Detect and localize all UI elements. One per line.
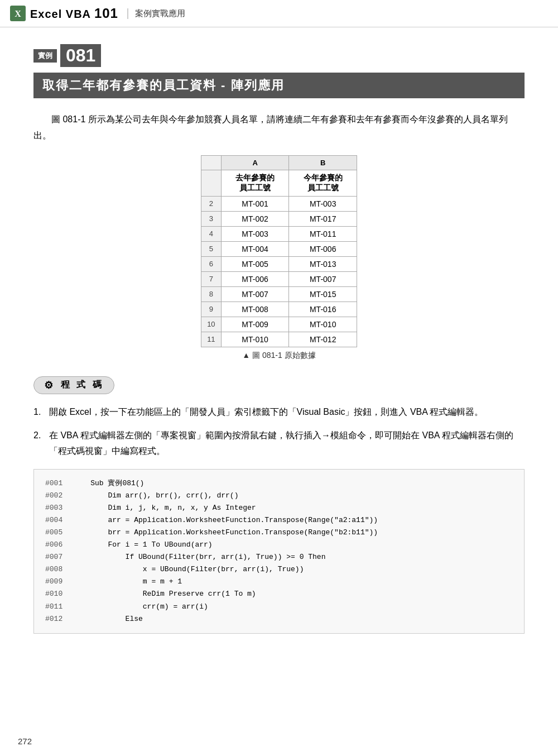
row-number bbox=[201, 170, 222, 196]
cell-a: MT-008 bbox=[221, 302, 289, 317]
cell-b: MT-016 bbox=[289, 302, 357, 317]
step-1: 1. 開啟 Excel，按一下在功能區上的「開發人員」索引標籤下的「Visual… bbox=[33, 404, 525, 420]
line-code: Dim i, j, k, m, n, x, y As Integer bbox=[73, 502, 256, 514]
line-number: #006 bbox=[45, 539, 73, 551]
line-number: #002 bbox=[45, 490, 73, 502]
code-line: #010 ReDim Preserve crr(1 To m) bbox=[45, 588, 513, 600]
cell-b: 今年參賽的員工工號 bbox=[289, 170, 357, 196]
line-number: #007 bbox=[45, 551, 73, 563]
code-line: #008 x = UBound(Filter(brr, arr(i), True… bbox=[45, 563, 513, 576]
table-row: 5MT-004MT-006 bbox=[201, 241, 357, 256]
example-title: 取得二年都有參賽的員工資料 - 陣列應用 bbox=[33, 73, 525, 98]
cell-a: MT-010 bbox=[221, 332, 289, 347]
step-2: 2. 在 VBA 程式編輯器左側的「專案視窗」範圍內按滑鼠右鍵，執行插入→模組命… bbox=[33, 428, 525, 459]
cell-a: MT-001 bbox=[221, 196, 289, 211]
step-1-text: 開啟 Excel，按一下在功能區上的「開發人員」索引標籤下的「Visual Ba… bbox=[49, 404, 525, 420]
line-number: #012 bbox=[45, 613, 73, 625]
line-number: #001 bbox=[45, 477, 73, 490]
table-row: 去年參賽的員工工號今年參賽的員工工號 bbox=[201, 170, 357, 196]
steps-list: 1. 開啟 Excel，按一下在功能區上的「開發人員」索引標籤下的「Visual… bbox=[33, 404, 525, 459]
line-number: #004 bbox=[45, 514, 73, 527]
code-line: #004 arr = Application.WorksheetFunction… bbox=[45, 514, 513, 527]
logo-icon: X bbox=[9, 4, 27, 22]
line-number: #008 bbox=[45, 563, 73, 576]
table-row: 3MT-002MT-017 bbox=[201, 211, 357, 226]
main-content: 實例 081 取得二年都有參賽的員工資料 - 陣列應用 圖 081-1 所示為某… bbox=[0, 27, 558, 656]
row-number: 8 bbox=[201, 286, 222, 302]
spreadsheet-container: A B 去年參賽的員工工號今年參賽的員工工號2MT-001MT-0033MT-0… bbox=[33, 155, 525, 361]
code-line: #002 Dim arr(), brr(), crr(), drr() bbox=[45, 490, 513, 502]
line-code: x = UBound(Filter(brr, arr(i), True)) bbox=[73, 563, 304, 576]
header-subtitle: 案例實戰應用 bbox=[127, 8, 185, 19]
cell-a: MT-002 bbox=[221, 211, 289, 226]
code-section-header: ⚙ 程 式 碼 bbox=[33, 376, 114, 394]
code-line: #006 For i = 1 To UBound(arr) bbox=[45, 539, 513, 551]
step-1-num: 1. bbox=[33, 404, 49, 420]
cell-b: MT-007 bbox=[289, 271, 357, 286]
cell-a: MT-004 bbox=[221, 241, 289, 256]
row-number: 10 bbox=[201, 317, 222, 332]
line-number: #009 bbox=[45, 576, 73, 588]
code-line: #005 brr = Application.WorksheetFunction… bbox=[45, 527, 513, 539]
header-title: Excel VBA 101 bbox=[30, 6, 118, 21]
row-number: 7 bbox=[201, 271, 222, 286]
cell-b: MT-013 bbox=[289, 256, 357, 271]
table-row: 8MT-007MT-015 bbox=[201, 286, 357, 302]
row-number: 2 bbox=[201, 196, 222, 211]
cell-b: MT-010 bbox=[289, 317, 357, 332]
col-b-header: B bbox=[289, 155, 357, 170]
row-number: 11 bbox=[201, 332, 222, 347]
line-code: If UBound(Filter(brr, arr(i), True)) >= … bbox=[73, 551, 325, 563]
line-code: Else bbox=[73, 613, 143, 625]
code-line: #011 crr(m) = arr(i) bbox=[45, 601, 513, 613]
cell-a: 去年參賽的員工工號 bbox=[221, 170, 289, 196]
step-2-text: 在 VBA 程式編輯器左側的「專案視窗」範圍內按滑鼠右鍵，執行插入→模組命令，即… bbox=[49, 428, 525, 459]
page-header: X Excel VBA 101 案例實戰應用 bbox=[0, 0, 558, 27]
line-code: brr = Application.WorksheetFunction.Tran… bbox=[73, 527, 378, 539]
code-block: #001 Sub 實例081()#002 Dim arr(), brr(), c… bbox=[33, 469, 525, 634]
col-a-header: A bbox=[221, 155, 289, 170]
corner-cell bbox=[201, 155, 222, 170]
cell-b: MT-017 bbox=[289, 211, 357, 226]
line-code: arr = Application.WorksheetFunction.Tran… bbox=[73, 514, 378, 527]
line-number: #003 bbox=[45, 502, 73, 514]
svg-text:X: X bbox=[15, 9, 21, 18]
table-row: 4MT-003MT-011 bbox=[201, 226, 357, 241]
line-number: #010 bbox=[45, 588, 73, 600]
line-code: For i = 1 To UBound(arr) bbox=[73, 539, 213, 551]
line-code: m = m + 1 bbox=[73, 576, 182, 588]
cell-b: MT-011 bbox=[289, 226, 357, 241]
table-row: 7MT-006MT-007 bbox=[201, 271, 357, 286]
example-number: 081 bbox=[60, 44, 101, 67]
table-row: 11MT-010MT-012 bbox=[201, 332, 357, 347]
table-row: 2MT-001MT-003 bbox=[201, 196, 357, 211]
cell-a: MT-007 bbox=[221, 286, 289, 302]
table-row: 6MT-005MT-013 bbox=[201, 256, 357, 271]
line-number: #005 bbox=[45, 527, 73, 539]
line-code: Sub 實例081() bbox=[73, 477, 144, 490]
table-row: 9MT-008MT-016 bbox=[201, 302, 357, 317]
row-number: 5 bbox=[201, 241, 222, 256]
code-line: #012 Else bbox=[45, 613, 513, 625]
table-caption: ▲ 圖 081-1 原始數據 bbox=[242, 351, 315, 361]
code-line: #009 m = m + 1 bbox=[45, 576, 513, 588]
row-number: 4 bbox=[201, 226, 222, 241]
cell-a: MT-003 bbox=[221, 226, 289, 241]
line-code: Dim arr(), brr(), crr(), drr() bbox=[73, 490, 238, 502]
row-number: 9 bbox=[201, 302, 222, 317]
page-number: 272 bbox=[18, 736, 32, 746]
table-row: 10MT-009MT-010 bbox=[201, 317, 357, 332]
cell-b: MT-003 bbox=[289, 196, 357, 211]
line-code: crr(m) = arr(i) bbox=[73, 601, 208, 613]
gear-icon: ⚙ bbox=[44, 379, 55, 391]
line-number: #011 bbox=[45, 601, 73, 613]
row-number: 6 bbox=[201, 256, 222, 271]
cell-b: MT-012 bbox=[289, 332, 357, 347]
code-section-label: 程 式 碼 bbox=[61, 379, 104, 391]
example-badge: 實例 bbox=[33, 49, 57, 63]
example-header: 實例 081 bbox=[33, 44, 525, 67]
line-code: ReDim Preserve crr(1 To m) bbox=[73, 588, 256, 600]
cell-b: MT-015 bbox=[289, 286, 357, 302]
row-number: 3 bbox=[201, 211, 222, 226]
code-line: #007 If UBound(Filter(brr, arr(i), True)… bbox=[45, 551, 513, 563]
